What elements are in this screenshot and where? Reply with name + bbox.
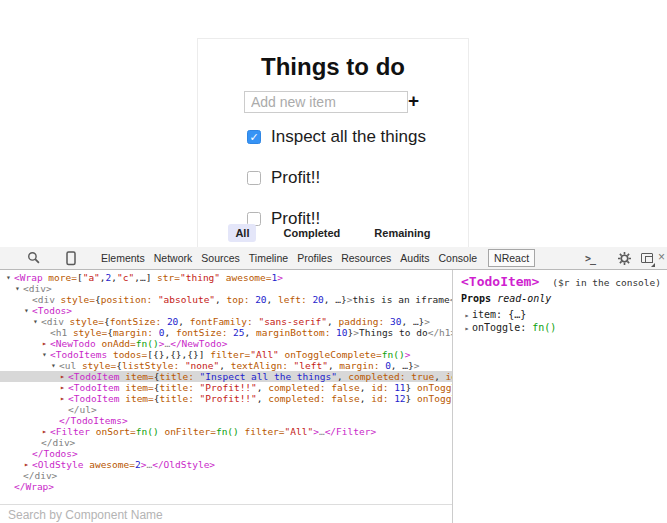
tree-row[interactable]: </TodoItems> bbox=[0, 415, 452, 426]
browser-page: Things to do + ✓Inspect all the thingsPr… bbox=[0, 0, 667, 523]
add-item-row: + bbox=[198, 89, 468, 115]
console-var-hint: ($r in the console) bbox=[552, 277, 661, 288]
props-mode-label: read-only bbox=[497, 293, 551, 304]
collapse-arrow-icon[interactable]: ▾ bbox=[21, 305, 32, 316]
collapse-arrow-icon[interactable]: ▾ bbox=[39, 349, 50, 360]
tree-row[interactable]: ▾<Todos> bbox=[0, 305, 452, 316]
tree-row[interactable]: </Todos> bbox=[0, 448, 452, 459]
tree-row[interactable]: </div> bbox=[0, 437, 452, 448]
tab-console[interactable]: Console bbox=[439, 252, 478, 264]
props-list: ▸item: {…}▸onToggle: fn() bbox=[462, 308, 556, 334]
component-search-bar bbox=[0, 504, 452, 523]
tree-row[interactable]: </Wrap> bbox=[0, 481, 452, 492]
expand-arrow-icon[interactable]: ▸ bbox=[57, 393, 68, 404]
tab-sources[interactable]: Sources bbox=[201, 252, 240, 264]
new-item-input[interactable] bbox=[244, 91, 408, 113]
tree-row[interactable]: ▸<TodoItem item={title: "Profit!!", comp… bbox=[0, 393, 452, 404]
filter-button-all[interactable]: All bbox=[228, 224, 256, 242]
expand-arrow-icon[interactable]: ▸ bbox=[21, 459, 32, 470]
dock-side-icon[interactable] bbox=[641, 253, 653, 263]
device-mode-icon[interactable] bbox=[65, 251, 77, 266]
settings-gear-icon[interactable] bbox=[618, 252, 631, 265]
selected-component-name: <TodoItem> bbox=[461, 274, 539, 289]
todo-item-row: Profit!! bbox=[247, 167, 320, 189]
prop-value: {…} bbox=[508, 309, 526, 320]
props-inspector: <TodoItem> ($r in the console) Props rea… bbox=[453, 270, 667, 523]
add-item-button[interactable]: + bbox=[408, 91, 419, 111]
tab-network[interactable]: Network bbox=[154, 252, 193, 264]
component-tree: ▾<Wrap more=["a",2,"c",…] str="thing" aw… bbox=[0, 270, 452, 506]
tree-row[interactable]: ▸<NewTodo onAdd=fn()>…</NewTodo> bbox=[0, 338, 452, 349]
props-label: Props bbox=[461, 293, 491, 304]
collapse-arrow-icon[interactable]: ▾ bbox=[12, 283, 23, 294]
filter-buttons: AllCompletedRemaining bbox=[198, 224, 468, 242]
filter-button-remaining[interactable]: Remaining bbox=[367, 224, 437, 242]
tab-resources[interactable]: Resources bbox=[341, 252, 391, 264]
tree-row[interactable]: ▸<OldStyle awesome=2>…</OldStyle> bbox=[0, 459, 452, 470]
props-header: Props read-only bbox=[461, 293, 551, 304]
tab-audits[interactable]: Audits bbox=[400, 252, 429, 264]
checkbox-checked[interactable]: ✓ bbox=[247, 130, 261, 144]
tree-row[interactable]: ▾<div style={fontSize: 20, fontFamily: "… bbox=[0, 316, 452, 327]
prop-row-item[interactable]: ▸item: {…} bbox=[462, 308, 556, 321]
expand-arrow-icon[interactable]: ▸ bbox=[39, 426, 50, 437]
tree-row[interactable]: ▸<TodoItem item={title: "Profit!!", comp… bbox=[0, 382, 452, 393]
todo-item-label: Inspect all the things bbox=[271, 127, 426, 147]
tree-row[interactable]: ▸<Filter onSort=fn() onFilter=fn() filte… bbox=[0, 426, 452, 437]
expand-arrow-icon[interactable]: ▸ bbox=[57, 371, 68, 382]
prop-name: item: bbox=[472, 309, 508, 320]
expand-arrow-icon[interactable]: ▸ bbox=[57, 382, 68, 393]
tab-timeline[interactable]: Timeline bbox=[249, 252, 288, 264]
tab-nreact[interactable]: NReact bbox=[488, 249, 535, 267]
tree-row[interactable]: ▾<ul style={listStyle: "none", textAlign… bbox=[0, 360, 452, 371]
collapse-arrow-icon[interactable]: ▾ bbox=[30, 316, 41, 327]
tab-profiles[interactable]: Profiles bbox=[297, 252, 332, 264]
prop-name: onToggle: bbox=[472, 322, 532, 333]
tree-row[interactable]: </div> bbox=[0, 470, 452, 481]
tree-row[interactable]: ▾<div> bbox=[0, 283, 452, 294]
devtools-panel: ElementsNetworkSourcesTimelineProfilesRe… bbox=[0, 247, 667, 523]
todo-item-row: ✓Inspect all the things bbox=[247, 126, 426, 148]
prop-row-onToggle[interactable]: ▸onToggle: fn() bbox=[462, 321, 556, 334]
expand-arrow-icon[interactable]: ▸ bbox=[39, 338, 50, 349]
inspect-element-icon[interactable] bbox=[27, 251, 41, 265]
tree-row[interactable]: <h1 style={margin: 0, fontSize: 25, marg… bbox=[0, 327, 452, 338]
app-title: Things to do bbox=[198, 53, 468, 81]
todo-item-label: Profit!! bbox=[271, 168, 320, 188]
collapse-arrow-icon[interactable]: ▾ bbox=[48, 360, 59, 371]
devtools-toolbar: ElementsNetworkSourcesTimelineProfilesRe… bbox=[0, 247, 667, 270]
component-search-input[interactable] bbox=[0, 506, 452, 523]
tree-row[interactable]: ▾<Wrap more=["a",2,"c",…] str="thing" aw… bbox=[0, 272, 452, 283]
tab-elements[interactable]: Elements bbox=[101, 252, 145, 264]
todo-app-frame: Things to do + ✓Inspect all the thingsPr… bbox=[197, 38, 469, 248]
console-drawer-icon[interactable]: >_ bbox=[585, 253, 595, 264]
tree-row[interactable]: <div style={position: "absolute", top: 2… bbox=[0, 294, 452, 305]
checkbox-unchecked[interactable] bbox=[247, 171, 261, 185]
tree-row[interactable]: ▾<TodoItems todos=[{},{},{}] filter="All… bbox=[0, 349, 452, 360]
collapse-arrow-icon[interactable]: ▾ bbox=[3, 272, 14, 283]
close-icon[interactable]: × bbox=[658, 250, 665, 264]
tree-row[interactable]: ▸<TodoItem item={title: "Inspect all the… bbox=[0, 371, 452, 382]
tree-row[interactable]: </ul> bbox=[0, 404, 452, 415]
prop-value: fn() bbox=[532, 322, 556, 333]
devtools-tabs: ElementsNetworkSourcesTimelineProfilesRe… bbox=[101, 249, 535, 267]
filter-button-completed[interactable]: Completed bbox=[276, 224, 347, 242]
expand-arrow-icon[interactable]: ▸ bbox=[462, 322, 472, 335]
